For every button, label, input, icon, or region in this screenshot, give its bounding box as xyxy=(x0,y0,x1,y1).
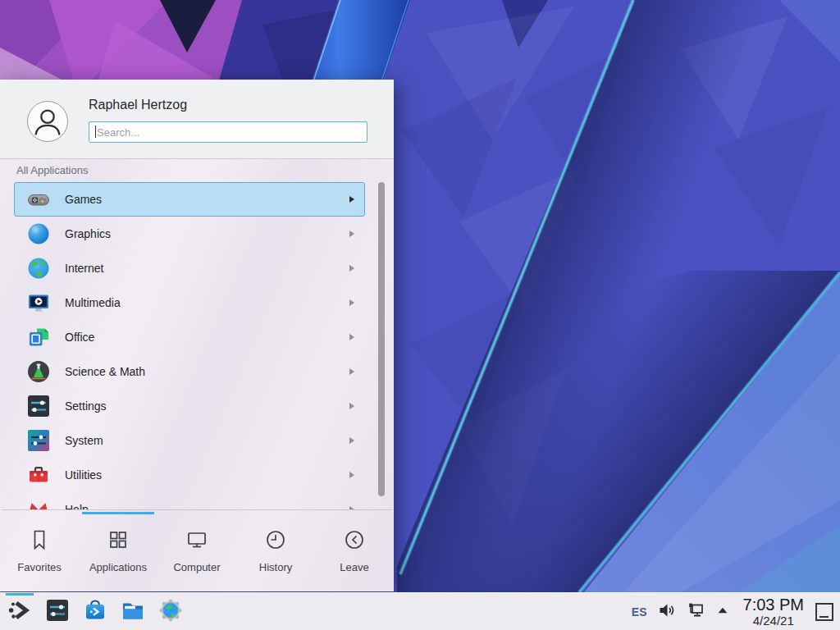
category-label: Internet xyxy=(65,262,103,275)
submenu-arrow-icon xyxy=(349,231,354,237)
category-science-math[interactable]: Science & Math xyxy=(14,354,365,389)
office-icon xyxy=(25,324,52,350)
separator xyxy=(2,509,392,510)
category-system[interactable]: System xyxy=(14,423,365,458)
tab-history[interactable]: History xyxy=(236,513,315,591)
tab-label: Leave xyxy=(340,561,368,573)
submenu-arrow-icon xyxy=(349,368,354,375)
tab-leave[interactable]: Leave xyxy=(315,513,394,591)
category-label: System xyxy=(65,434,103,447)
submenu-arrow-icon xyxy=(349,403,354,409)
category-games[interactable]: Games xyxy=(14,182,365,217)
category-help[interactable]: Help xyxy=(14,492,365,509)
clock-time: 7:03 PM xyxy=(743,596,804,613)
history-icon xyxy=(263,527,288,555)
tab-label: Computer xyxy=(173,561,220,573)
favorites-icon xyxy=(27,527,52,555)
application-launcher-menu: Raphael Hertzog All Applications xyxy=(0,80,394,591)
submenu-arrow-icon xyxy=(349,472,354,478)
system-icon xyxy=(25,427,52,454)
category-multimedia[interactable]: Multimedia xyxy=(14,285,365,320)
application-launcher-button[interactable] xyxy=(4,596,35,628)
tab-label: Applications xyxy=(89,561,147,573)
submenu-arrow-icon xyxy=(349,196,354,203)
category-utilities[interactable]: Utilities xyxy=(14,458,365,492)
tab-label: History xyxy=(259,561,292,573)
category-label: Utilities xyxy=(65,468,102,482)
graphics-icon xyxy=(25,221,52,247)
user-name: Raphael Hertzog xyxy=(89,98,187,112)
list-scrollbar[interactable] xyxy=(378,182,385,496)
submenu-arrow-icon xyxy=(349,437,354,444)
text-cursor xyxy=(95,126,96,138)
launcher-tab-bar: Favorites Applications C xyxy=(0,513,394,591)
category-internet[interactable]: Internet xyxy=(14,251,365,285)
category-label: Settings xyxy=(65,399,107,413)
keyboard-layout-indicator[interactable]: ES xyxy=(632,605,647,619)
submenu-arrow-icon xyxy=(349,334,354,340)
volume-icon[interactable] xyxy=(658,601,676,623)
category-label: Science & Math xyxy=(65,365,145,378)
discover-button[interactable] xyxy=(80,596,111,628)
file-manager-button[interactable] xyxy=(117,596,148,628)
internet-icon xyxy=(25,255,52,281)
folder-icon xyxy=(121,598,145,626)
settings-icon xyxy=(25,393,52,419)
category-label: Help xyxy=(65,503,89,509)
multimedia-icon xyxy=(25,290,52,316)
submenu-arrow-icon xyxy=(349,299,354,306)
category-label: Multimedia xyxy=(65,296,121,309)
clock-date: 4/24/21 xyxy=(753,614,794,627)
kde-launcher-icon xyxy=(7,598,32,626)
system-settings-button[interactable] xyxy=(42,596,73,628)
search-input[interactable] xyxy=(89,122,367,142)
web-browser-icon xyxy=(158,598,183,626)
utilities-icon xyxy=(25,462,52,488)
category-label: Graphics xyxy=(65,227,111,240)
tab-favorites[interactable]: Favorites xyxy=(0,513,79,591)
show-desktop-button[interactable] xyxy=(815,603,833,621)
search-field[interactable] xyxy=(89,121,368,143)
games-icon xyxy=(25,186,52,212)
science-icon xyxy=(25,358,52,385)
category-label: Office xyxy=(65,331,94,344)
submenu-arrow-icon xyxy=(349,265,354,272)
desktop: Raphael Hertzog All Applications xyxy=(0,0,840,630)
section-label: All Applications xyxy=(16,164,88,176)
computer-icon xyxy=(185,527,209,555)
web-browser-button[interactable] xyxy=(155,596,186,628)
category-graphics[interactable]: Graphics xyxy=(14,217,365,251)
system-tray: ES xyxy=(632,601,730,623)
network-icon[interactable] xyxy=(687,601,705,623)
help-icon xyxy=(25,496,52,509)
active-task-indicator xyxy=(6,593,34,596)
tab-label: Favorites xyxy=(17,561,61,573)
tray-expander-icon[interactable] xyxy=(715,603,730,621)
category-label: Games xyxy=(65,193,102,206)
tab-applications[interactable]: Applications xyxy=(79,513,158,591)
launcher-header: Raphael Hertzog xyxy=(0,80,394,159)
applications-icon xyxy=(106,527,130,555)
category-office[interactable]: Office xyxy=(14,320,365,354)
system-settings-icon xyxy=(45,598,70,626)
tab-computer[interactable]: Computer xyxy=(158,513,236,591)
category-settings[interactable]: Settings xyxy=(14,389,365,423)
digital-clock[interactable]: 7:03 PM 4/24/21 xyxy=(743,596,804,627)
leave-icon xyxy=(342,527,367,555)
user-avatar[interactable] xyxy=(27,101,68,142)
discover-icon xyxy=(83,598,107,626)
application-category-list: Games Graphics xyxy=(14,182,365,509)
taskbar: ES xyxy=(0,592,840,630)
